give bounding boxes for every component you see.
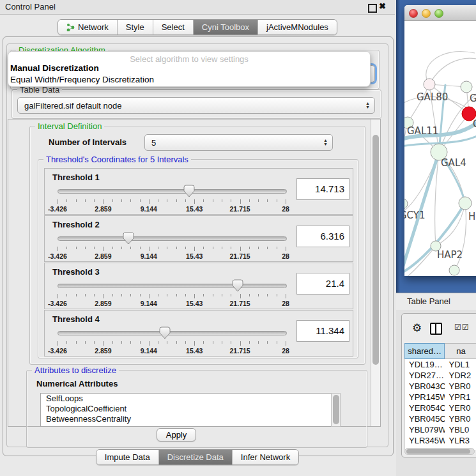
table-row[interactable]: YLR345WYLR3 (405, 435, 476, 446)
attribute-list-item[interactable]: TopologicalCoefficient (41, 404, 340, 414)
network-canvas[interactable]: GAL80GACGAL11GAL4GCY1HHAP2 (404, 21, 476, 276)
table-column-header[interactable]: shared… (404, 343, 445, 359)
slider-thumb[interactable] (232, 279, 243, 292)
network-node-label: H (468, 211, 475, 222)
float-window-icon[interactable] (368, 4, 377, 13)
settings-vertical-scrollbar[interactable] (371, 119, 380, 426)
split-columns-icon[interactable] (430, 323, 442, 335)
threshold-value-field[interactable]: 6.316 (296, 226, 349, 247)
tab-style[interactable]: Style (117, 20, 153, 35)
table-row[interactable]: YBR045CYBR0 (405, 413, 476, 424)
slider-tick (158, 341, 158, 344)
control-panel-title: Control Panel (5, 2, 56, 12)
slider-thumb[interactable] (123, 232, 134, 245)
attribute-list-item[interactable]: BetweennessCentrality (41, 414, 340, 424)
tab-impute-data[interactable]: Impute Data (96, 450, 158, 464)
slider-track[interactable] (58, 189, 287, 194)
slider-tick-label: 28 (282, 205, 289, 213)
minimize-traffic-light-icon[interactable] (422, 9, 431, 18)
network-edge[interactable] (408, 84, 429, 123)
table-cell: YBL0 (445, 424, 476, 435)
table-column-header[interactable]: na (445, 343, 476, 359)
threshold-value-field[interactable]: 21.4 (296, 273, 349, 295)
network-edge[interactable] (429, 58, 476, 84)
numerical-attributes-list[interactable]: SelfLoopsTopologicalCoefficientBetweenne… (40, 393, 341, 427)
slider-tick (203, 247, 204, 249)
gear-icon[interactable]: ⚙ (412, 321, 422, 335)
numerical-attributes-label: Numerical Attributes (36, 379, 118, 388)
network-edge[interactable] (426, 52, 475, 84)
algorithm-popup-item[interactable]: Equal Width/Frequency Discretization (10, 75, 154, 84)
settings-scrollpane: Interval Definition Number of Intervals … (8, 119, 381, 427)
threshold-slider[interactable]: -3.4262.8599.14415.4321.71528 (58, 185, 286, 211)
slider-tick (249, 247, 250, 249)
table-row[interactable]: YBL079WYBL0 (405, 424, 476, 435)
slider-track[interactable] (58, 284, 287, 288)
tab-network[interactable]: Network (58, 20, 117, 35)
network-node[interactable] (449, 265, 459, 275)
network-node[interactable] (461, 81, 472, 93)
table-hscrollbar-thumb[interactable] (406, 449, 470, 454)
apply-button[interactable]: Apply (157, 428, 196, 441)
attributes-list-scrollbar[interactable] (331, 393, 341, 427)
slider-tick (58, 341, 58, 346)
algorithm-popup-item[interactable]: Manual Discretization (10, 63, 99, 73)
tab-label: Style (126, 22, 144, 32)
settings-scrollbar-thumb[interactable] (372, 135, 379, 365)
table-row[interactable]: YDR27…YDR2 (405, 370, 476, 381)
network-node[interactable] (404, 199, 408, 209)
select-columns-checkboxes-icon[interactable]: ☑☑ (454, 323, 470, 332)
slider-tick-label: 15.43 (186, 300, 203, 307)
network-node[interactable] (459, 197, 472, 210)
close-icon[interactable]: ✖ (379, 1, 386, 11)
slider-tick (121, 294, 122, 296)
table-row[interactable]: YDL19…YDL1 (405, 359, 476, 370)
number-of-intervals-label: Number of Intervals (49, 137, 127, 147)
number-of-intervals-combobox[interactable]: 5 ▲▼ (144, 134, 333, 151)
slider-tick (185, 294, 186, 296)
slider-thumb[interactable] (159, 326, 171, 339)
slider-tick (94, 341, 95, 344)
network-window-titlebar[interactable] (404, 5, 476, 21)
attribute-list-item[interactable]: SelfLoops (41, 394, 340, 404)
slider-tick (94, 247, 95, 249)
threshold-slider[interactable]: -3.4262.8599.14415.4321.71528 (58, 280, 286, 305)
slider-tick (112, 341, 113, 344)
table-horizontal-scrollbar[interactable] (404, 448, 475, 455)
attributes-group-title: Attributes to discretize (32, 365, 119, 375)
tab-label: Select (162, 22, 185, 32)
slider-track[interactable] (58, 236, 287, 241)
network-node[interactable] (424, 79, 435, 90)
network-view-window[interactable]: GAL80GACGAL11GAL4GCY1HHAP2 (404, 5, 476, 276)
threshold-slider[interactable]: -3.4262.8599.14415.4321.71528 (58, 327, 286, 353)
slider-tick (58, 199, 58, 204)
tab-cyni-toolbox[interactable]: Cyni Toolbox (193, 20, 257, 35)
slider-tick (277, 199, 277, 202)
slider-tick-label: 15.43 (186, 205, 203, 213)
slider-thumb[interactable] (183, 185, 195, 197)
tab-infer-network[interactable]: Infer Network (232, 450, 298, 464)
table-cell: YBL079W (405, 424, 445, 435)
slider-tick (158, 247, 158, 249)
table-data-combobox[interactable]: galFiltered.sif default node ▲▼ (17, 97, 375, 114)
table-row[interactable]: YER054CYER0 (405, 403, 476, 413)
threshold-value-field[interactable]: 11.344 (296, 320, 349, 342)
tab-jactivemnodules[interactable]: jActiveMNodules (257, 20, 337, 35)
slider-tick (167, 247, 167, 249)
tab-select[interactable]: Select (153, 20, 193, 35)
tab-discretize-data[interactable]: Discretize Data (158, 450, 232, 464)
threshold-value-field[interactable]: 14.713 (296, 178, 349, 200)
slider-tick (149, 247, 150, 251)
slider-tick (85, 199, 86, 202)
threshold-slider[interactable]: -3.4262.8599.14415.4321.71528 (58, 233, 286, 258)
control-panel-titlebar: Control Panel ✖ (0, 0, 395, 15)
table-row[interactable]: YPR145WYPR1 (405, 392, 476, 403)
screen: Control Panel ✖ NetworkStyleSelectCyni T… (0, 0, 476, 476)
close-traffic-light-icon[interactable] (409, 9, 418, 18)
slider-tick (112, 199, 113, 202)
zoom-traffic-light-icon[interactable] (434, 9, 443, 18)
slider-track[interactable] (58, 331, 287, 335)
table-row[interactable]: YBR043CYBR0 (405, 381, 476, 392)
table-cell: YER054C (405, 403, 445, 413)
slider-tick (66, 199, 67, 202)
